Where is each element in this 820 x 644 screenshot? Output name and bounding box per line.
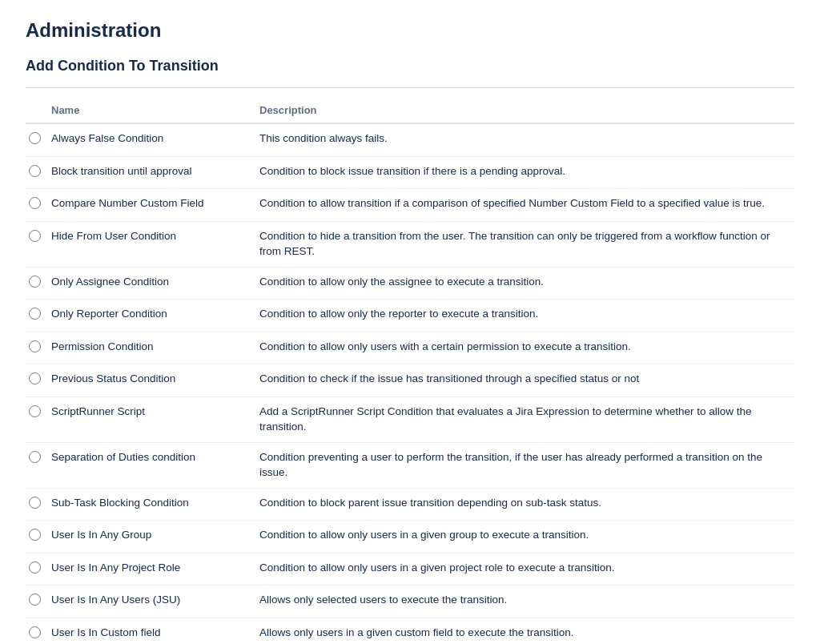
condition-description: Condition to allow only users in a given… (256, 553, 794, 586)
condition-description: Condition to check if the issue has tran… (256, 364, 794, 397)
radio-col-header (26, 98, 48, 123)
radio-permission[interactable] (29, 340, 41, 352)
condition-description: Condition to allow only the assignee to … (256, 267, 794, 300)
table-row[interactable]: Only Reporter ConditionCondition to allo… (26, 300, 794, 332)
condition-name: ScriptRunner Script (48, 396, 256, 442)
radio-user-any-users-jsu[interactable] (29, 594, 41, 606)
radio-only-reporter[interactable] (29, 308, 41, 320)
radio-only-assignee[interactable] (29, 276, 41, 288)
condition-name: User Is In Custom field (48, 618, 256, 644)
condition-description: Condition to allow only users in a given… (256, 521, 794, 553)
condition-name: Always False Condition (48, 123, 256, 156)
table-row[interactable]: Sub-Task Blocking ConditionCondition to … (26, 488, 794, 521)
condition-name: User Is In Any Project Role (48, 553, 256, 586)
radio-hide-from-user[interactable] (29, 230, 41, 242)
condition-description: This condition always fails. (256, 123, 794, 156)
condition-description: Condition to allow only the reporter to … (256, 300, 794, 332)
condition-description: Add a ScriptRunner Script Condition that… (256, 396, 794, 442)
table-row[interactable]: Compare Number Custom FieldCondition to … (26, 189, 794, 222)
radio-user-any-group[interactable] (29, 529, 41, 541)
condition-name: Permission Condition (48, 332, 256, 364)
condition-name: Sub-Task Blocking Condition (48, 488, 256, 521)
table-row[interactable]: Block transition until approvalCondition… (26, 156, 794, 189)
condition-name: Compare Number Custom Field (48, 189, 256, 222)
name-col-header: Name (48, 98, 256, 123)
condition-description: Condition preventing a user to perform t… (256, 442, 794, 488)
table-row[interactable]: Previous Status ConditionCondition to ch… (26, 364, 794, 397)
radio-block-transition[interactable] (29, 165, 41, 177)
radio-user-any-project-role[interactable] (29, 561, 41, 574)
radio-compare-number[interactable] (29, 197, 41, 209)
table-row[interactable]: Separation of Duties conditionCondition … (26, 442, 794, 488)
condition-description: Condition to allow only users with a cer… (256, 332, 794, 364)
radio-user-custom-field[interactable] (29, 626, 41, 638)
condition-description: Condition to hide a transition from the … (256, 221, 794, 267)
condition-name: Previous Status Condition (48, 364, 256, 397)
table-row[interactable]: Hide From User ConditionCondition to hid… (26, 221, 794, 267)
condition-name: Hide From User Condition (48, 221, 256, 267)
conditions-table: Name Description Always False ConditionT… (26, 98, 794, 644)
condition-description: Allows only selected users to execute th… (256, 586, 794, 618)
table-row[interactable]: Only Assignee ConditionCondition to allo… (26, 267, 794, 300)
divider (26, 87, 794, 88)
radio-subtask-blocking[interactable] (29, 497, 41, 509)
radio-separation-duties[interactable] (29, 451, 41, 463)
condition-description: Condition to allow transition if a compa… (256, 189, 794, 222)
table-row[interactable]: User Is In Any Users (JSU)Allows only se… (26, 586, 794, 618)
condition-name: Separation of Duties condition (48, 442, 256, 488)
condition-name: Only Assignee Condition (48, 267, 256, 300)
condition-description: Condition to block parent issue transiti… (256, 488, 794, 521)
radio-scriptrunner[interactable] (29, 405, 41, 417)
condition-description: Allows only users in a given custom fiel… (256, 618, 794, 644)
page-subtitle: Add Condition To Transition (26, 58, 794, 74)
desc-col-header: Description (256, 98, 794, 123)
page-title: Administration (26, 19, 794, 42)
table-row[interactable]: User Is In Any GroupCondition to allow o… (26, 521, 794, 553)
condition-name: Block transition until approval (48, 156, 256, 189)
radio-always-false[interactable] (29, 132, 41, 144)
radio-previous-status[interactable] (29, 372, 41, 384)
table-row[interactable]: Always False ConditionThis condition alw… (26, 123, 794, 156)
table-row[interactable]: Permission ConditionCondition to allow o… (26, 332, 794, 364)
table-row[interactable]: User Is In Any Project RoleCondition to … (26, 553, 794, 586)
condition-description: Condition to block issue transition if t… (256, 156, 794, 189)
condition-name: User Is In Any Users (JSU) (48, 586, 256, 618)
condition-name: User Is In Any Group (48, 521, 256, 553)
condition-name: Only Reporter Condition (48, 300, 256, 332)
table-row[interactable]: ScriptRunner ScriptAdd a ScriptRunner Sc… (26, 396, 794, 442)
table-row[interactable]: User Is In Custom fieldAllows only users… (26, 618, 794, 644)
